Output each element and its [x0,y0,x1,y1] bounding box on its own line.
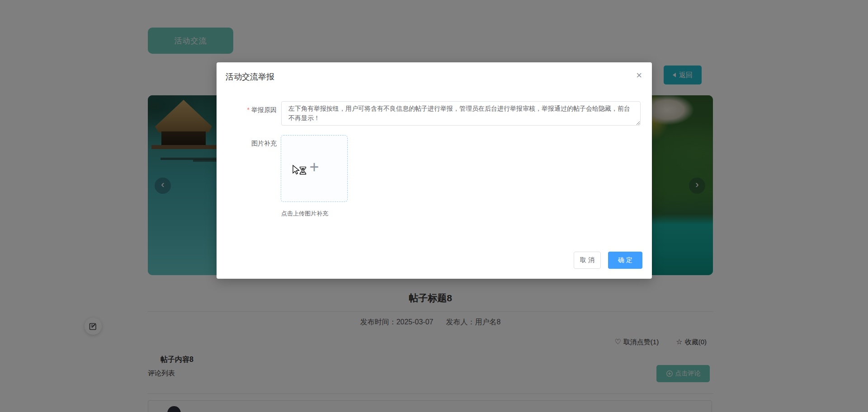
reason-label-text: 举报原因 [251,106,277,113]
upload-hint: 点击上传图片补充 [281,210,328,218]
upload-dropzone[interactable]: + [281,135,348,202]
required-asterisk: * [247,106,250,113]
reason-textarea[interactable]: 左下角有举报按纽，用户可将含有不良信息的帖子进行举报，管理员在后台进行举报审核，… [281,101,641,126]
close-icon[interactable]: × [633,68,645,83]
dialog-title: 活动交流举报 [226,71,274,82]
report-dialog: 活动交流举报 × *举报原因 左下角有举报按纽，用户可将含有不良信息的帖子进行举… [217,62,652,279]
screen: 活动交流 返回 ‹ › 帖子标题8 发布时间：2025-03-07发布人：用户名… [0,0,868,412]
cancel-button[interactable]: 取 消 [574,252,601,269]
image-label: 图片补充 [227,139,277,148]
reason-label: *举报原因 [227,105,277,114]
plus-icon: + [309,158,319,177]
confirm-button[interactable]: 确 定 [608,252,642,269]
